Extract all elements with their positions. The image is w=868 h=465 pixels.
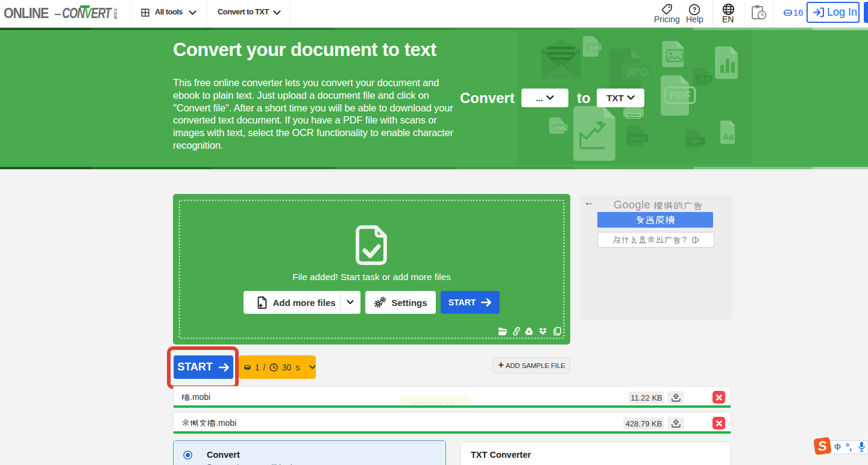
- svg-text:Aa: Aa: [723, 132, 734, 142]
- svg-text:DOCX: DOCX: [630, 136, 646, 142]
- svg-text:?: ?: [693, 6, 697, 13]
- svg-text:PNG: PNG: [554, 125, 566, 131]
- svg-text:TIFF: TIFF: [690, 139, 702, 145]
- svg-text:GIF: GIF: [590, 45, 599, 51]
- svg-text:PDF: PDF: [669, 90, 691, 102]
- svg-text:XLS: XLS: [699, 76, 709, 83]
- svg-text:JPG: JPG: [626, 66, 649, 78]
